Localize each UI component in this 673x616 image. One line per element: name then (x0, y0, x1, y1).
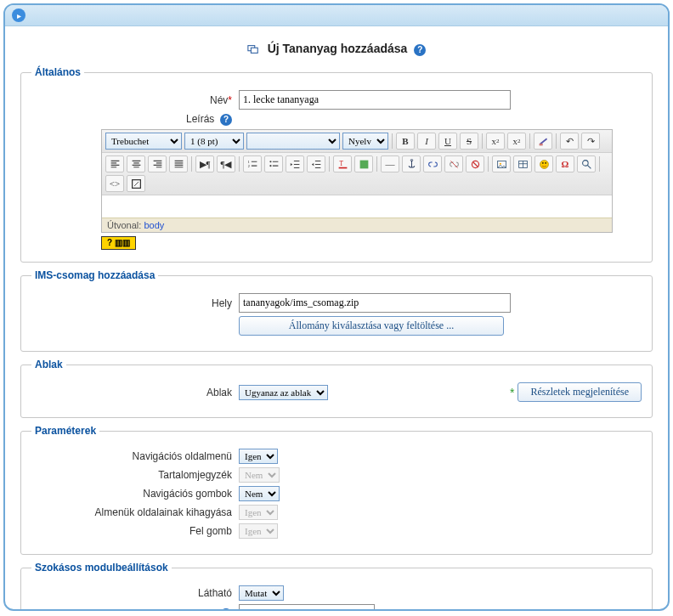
svg-text:2: 2 (247, 163, 249, 167)
up-btn-select[interactable]: Igen (239, 523, 278, 539)
legend-common: Szokásos modulbeállítások (31, 562, 172, 574)
lang-select[interactable]: Nyelv (342, 133, 388, 150)
italic-button[interactable]: I (417, 133, 436, 150)
undo-button[interactable]: ↶ (560, 133, 579, 150)
label-idnumber: Azonosítószám ? (31, 608, 239, 611)
superscript-button[interactable]: x2 (507, 133, 526, 150)
rtl-button[interactable]: ¶◀ (217, 155, 235, 172)
anchor-button[interactable] (402, 155, 421, 172)
fieldset-window: Ablak Ablak Ugyanaz az ablak * Részletek… (20, 359, 653, 418)
nav-buttons-select[interactable]: Nem (239, 486, 280, 501)
main-panel: ▸ Új Tananyag hozzáadása ? Általános Név… (3, 3, 670, 611)
subscript-button[interactable]: x2 (486, 133, 505, 150)
visible-select[interactable]: Mutat (239, 585, 284, 601)
name-input[interactable] (239, 90, 511, 110)
underline-button[interactable]: U (438, 133, 457, 150)
align-center-button[interactable] (127, 155, 145, 172)
star-icon: * (510, 386, 514, 399)
toc-select[interactable]: Nem (239, 467, 280, 483)
special-char-button[interactable]: Ω (556, 155, 574, 172)
outdent-button[interactable] (286, 155, 304, 172)
help-icon[interactable]: ? (220, 608, 232, 611)
unlink-button[interactable] (444, 155, 463, 172)
label-name: Név* (31, 94, 239, 106)
bold-button[interactable]: B (396, 133, 415, 150)
window-select[interactable]: Ugyanaz az ablak (239, 385, 328, 400)
svg-text:T: T (339, 160, 343, 167)
label-up-btn: Fel gomb (31, 525, 239, 537)
strike-button[interactable]: S (460, 133, 478, 150)
help-icon[interactable]: ? (414, 44, 426, 56)
label-nav-side: Navigációs oldalmenü (31, 450, 239, 462)
help-icon[interactable]: ? (220, 114, 232, 126)
collapse-toggle[interactable]: ▸ (12, 8, 25, 22)
unordered-list-button[interactable] (264, 155, 283, 172)
fieldset-common: Szokásos modulbeállítások LáthatóMutat A… (20, 562, 653, 611)
label-skip-sub: Almenük oldalainak kihagyása (31, 506, 239, 518)
choose-upload-button[interactable]: Állomány kiválasztása vagy feltöltése ..… (239, 316, 504, 336)
fieldset-parameters: Paraméterek Navigációs oldalmenüIgen Tar… (20, 425, 653, 555)
align-justify-button[interactable] (169, 155, 188, 172)
legend-ims: IMS-csomag hozzáadása (31, 269, 158, 281)
skip-sub-select[interactable]: Igen (239, 505, 278, 520)
svg-point-15 (540, 160, 548, 168)
label-nav-buttons: Navigációs gombok (31, 488, 239, 500)
svg-point-6 (269, 165, 271, 167)
hr-button[interactable]: — (381, 155, 399, 172)
legend-general: Általános (31, 66, 84, 78)
image-button[interactable] (492, 155, 511, 172)
font-size-select[interactable]: 1 (8 pt) (184, 133, 244, 150)
font-family-select[interactable]: Trebuchet (105, 133, 182, 150)
resource-icon (247, 43, 259, 55)
link-button[interactable] (423, 155, 442, 172)
ltr-button[interactable]: ▶¶ (195, 155, 214, 172)
svg-rect-8 (338, 167, 347, 168)
keyboard-badge[interactable]: ? ▥▥ (101, 236, 136, 250)
format-select[interactable] (246, 133, 340, 150)
svg-point-17 (545, 162, 546, 164)
fieldset-general: Általános Név* Leírás ? Trebuchet 1 (8 p… (20, 66, 653, 263)
svg-point-13 (499, 162, 501, 164)
svg-point-16 (542, 162, 544, 164)
nav-side-select[interactable]: Igen (239, 449, 278, 464)
show-details-button[interactable]: Részletek megjelenítése (517, 382, 642, 402)
align-right-button[interactable] (148, 155, 167, 172)
fieldset-ims: IMS-csomag hozzáadása Hely Állomány kivá… (20, 269, 653, 352)
ordered-list-button[interactable]: 12 (243, 155, 262, 172)
svg-point-18 (582, 160, 588, 166)
find-button[interactable] (577, 155, 596, 172)
legend-parameters: Paraméterek (31, 425, 99, 437)
editor-path: Útvonal: body (102, 218, 612, 232)
svg-rect-1 (251, 48, 257, 54)
text-color-button[interactable]: T (333, 155, 352, 172)
legend-window: Ablak (31, 359, 66, 370)
svg-rect-2 (539, 143, 542, 144)
bg-color-button[interactable] (354, 155, 373, 172)
rich-text-editor: Trebuchet 1 (8 pt) Nyelv B I U S x2 x2 ↶ (101, 129, 613, 233)
clean-button[interactable] (534, 133, 552, 150)
indent-button[interactable] (307, 155, 325, 172)
align-left-button[interactable] (105, 155, 124, 172)
label-window: Ablak (31, 387, 239, 398)
nolink-button[interactable] (466, 155, 484, 172)
html-source-button[interactable]: <> (105, 175, 124, 192)
page-title: Új Tananyag hozzáadása ? (20, 35, 653, 59)
fullscreen-button[interactable] (127, 175, 145, 192)
idnumber-input[interactable] (239, 604, 375, 611)
smiley-button[interactable] (534, 155, 553, 172)
label-toc: Tartalomjegyzék (31, 469, 239, 481)
label-desc: Leírás ? (31, 113, 239, 126)
window-titlebar: ▸ (5, 5, 668, 26)
svg-rect-9 (359, 160, 368, 168)
redo-button[interactable]: ↷ (581, 133, 600, 150)
svg-point-5 (269, 161, 271, 162)
table-button[interactable] (513, 155, 532, 172)
label-visible: Látható (31, 587, 239, 599)
ims-location-input[interactable] (239, 293, 511, 313)
label-location: Hely (31, 297, 239, 309)
editor-content[interactable] (102, 195, 612, 218)
